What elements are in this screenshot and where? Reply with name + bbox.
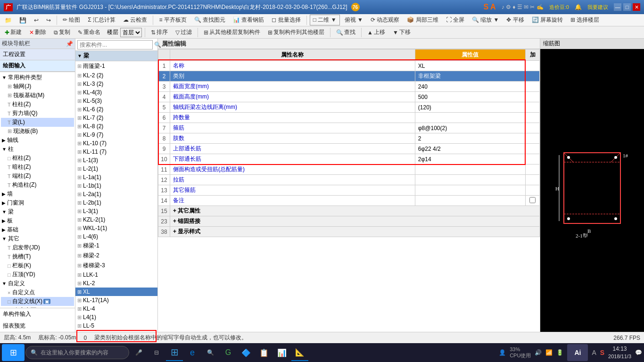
prop-name[interactable]: 截面高度(mm)	[170, 92, 415, 102]
comp-item-KL171A[interactable]: ⊞KL-17(1A)	[75, 296, 157, 304]
filter-btn[interactable]: ▽ 过滤	[173, 27, 195, 37]
tree-trough[interactable]: T 挑槽(T)	[1, 252, 74, 261]
move-up-btn[interactable]: ▲ 上移	[364, 27, 388, 37]
taskbar-app-gis[interactable]: G	[220, 344, 237, 361]
copy-from-floor-btn[interactable]: ⊞ 从其他楼层复制构件	[201, 27, 263, 37]
prop-value[interactable]: XL	[415, 61, 525, 71]
group-label[interactable]: + 其它属性	[170, 206, 540, 216]
comp-item-KL32[interactable]: ⊞KL-3 (2)	[75, 80, 157, 88]
prop-value[interactable]: 240	[415, 82, 525, 92]
2d-btn[interactable]: □ 二维 ▼	[310, 15, 340, 25]
tree-wall-group[interactable]: ▶ 墙	[1, 189, 74, 198]
move-down-btn[interactable]: ▼ 下移	[390, 27, 413, 37]
floor-select[interactable]: 首层	[120, 28, 142, 37]
copy-to-floor-btn[interactable]: ⊞ 复制构件到其他楼层	[265, 27, 327, 37]
comp-item-LL5[interactable]: ⊞LL-5	[75, 321, 157, 330]
tree-column[interactable]: T 柱柱(Z)	[1, 100, 74, 109]
start-button[interactable]: ⊞	[2, 344, 25, 361]
comp-item-1[interactable]: ⊞雨篷梁-1	[75, 61, 157, 71]
sidebar-item-project[interactable]: 工程设置	[0, 49, 75, 60]
prop-value[interactable]	[415, 196, 525, 206]
prop-name[interactable]: 截面宽度(mm)	[170, 82, 415, 92]
comp-item-KL53[interactable]: ⊞KL-5(3)	[75, 97, 157, 105]
search-icon[interactable]: 🔍	[153, 41, 163, 48]
comp-item-KL2[interactable]: ⊞KL-2	[75, 279, 157, 288]
undo-btn[interactable]: ↩	[31, 16, 41, 25]
tree-end-col[interactable]: T 端柱(Z)	[1, 172, 74, 181]
partial3d-btn[interactable]: 📦 局部三维	[404, 15, 441, 25]
prop-name[interactable]: 跨数量	[170, 113, 415, 123]
comp-item-L13[interactable]: ⊞L-1(3)	[75, 156, 157, 165]
comp-item-KL22[interactable]: ⊞KL-2 (2)	[75, 71, 157, 80]
find-element-btn[interactable]: 🔍 查找图元	[191, 15, 228, 25]
taskbar-app-yellow[interactable]: 📋	[256, 344, 272, 361]
prop-value[interactable]: 6φ22 4/2	[415, 144, 525, 154]
prop-value[interactable]: φ8@100(2)	[415, 123, 525, 133]
group-label[interactable]: + 锚固搭接	[170, 216, 540, 227]
prop-value[interactable]: 2φ14	[415, 154, 525, 165]
taskbar-app-blue[interactable]: 🔷	[238, 344, 255, 361]
select-floor-btn[interactable]: ⊞ 选择楼层	[568, 15, 602, 25]
prop-value[interactable]	[415, 175, 525, 185]
jiazou-btn[interactable]: 造价豆:0	[549, 4, 569, 11]
tree-shear-wall[interactable]: T 剪力墙(Q)	[1, 109, 74, 118]
flat-btn[interactable]: ≡ 平齐板页	[156, 15, 189, 25]
save-btn[interactable]: 💾	[17, 16, 29, 25]
row-checkbox[interactable]	[529, 197, 536, 203]
comp-item-LLK1[interactable]: ⊞LLK-1	[75, 271, 157, 279]
tree-raft[interactable]: ⊞ 筏板基础(M)	[1, 91, 74, 100]
prop-value[interactable]: 非框架梁	[415, 71, 525, 82]
taskbar-battery[interactable]: 🔋	[556, 349, 563, 356]
comp-item-2[interactable]: ⊞梯梁-2	[75, 251, 157, 261]
prop-value[interactable]	[415, 113, 525, 123]
component-scroll[interactable]: ⊞雨篷梁-1⊞KL-2 (2)⊞KL-3 (2)⊞KL-4(3)⊞KL-5(3)…	[75, 61, 157, 332]
tree-gridline[interactable]: ▶ 轴线	[1, 136, 74, 145]
tree-struct-col[interactable]: T 构造柱(Z)	[1, 181, 74, 189]
tree-dark-col[interactable]: T 暗柱(Z)	[1, 163, 74, 172]
sidebar-pin[interactable]: 📌	[66, 41, 73, 47]
comp-item-3[interactable]: ⊞楼梯梁-3	[75, 261, 157, 271]
comp-item-L46[interactable]: ⊞L-4(6)	[75, 232, 157, 241]
taskbar-app-windows[interactable]: ⊞	[166, 344, 183, 361]
comp-item-L1a1[interactable]: ⊞L-1a(1)	[75, 173, 157, 181]
rotate-btn[interactable]: 🔄 屏幕旋转	[529, 15, 566, 25]
view-rebar-btn[interactable]: 📊 查看钢筋	[230, 15, 267, 25]
prop-name[interactable]: 其它箍筋	[170, 185, 415, 196]
taskbar-ai[interactable]: Ai	[567, 344, 588, 361]
comp-item-KL117[interactable]: ⊞KL-11 (7)	[75, 148, 157, 156]
taskbar-lang[interactable]: A	[592, 349, 596, 356]
copy-component-btn[interactable]: ⧉ 复制	[51, 27, 73, 37]
prop-name[interactable]: 箍筋	[170, 123, 415, 133]
zoom-btn[interactable]: 🔍 缩放 ▼	[469, 15, 502, 25]
comp-item-1[interactable]: ⊞梯梁-1	[75, 241, 157, 251]
tree-common-types[interactable]: ▼ 常用构件类型	[1, 73, 74, 82]
prop-name[interactable]: 拉筋	[170, 175, 415, 185]
tree-foundation-group[interactable]: ▶ 基础	[1, 225, 74, 234]
prop-name[interactable]: 上部通长筋	[170, 144, 415, 154]
batch-select-btn[interactable]: ◻ 批量选择	[269, 15, 303, 25]
prop-value[interactable]	[415, 165, 525, 175]
comp-item-KL107[interactable]: ⊞KL-10 (7)	[75, 139, 157, 148]
maximize-btn[interactable]: □	[623, 3, 631, 11]
tree-column-group[interactable]: ▼ 柱	[1, 145, 74, 154]
fullscreen-btn[interactable]: ⛶ 全屏	[443, 15, 467, 25]
minimize-btn[interactable]: —	[614, 3, 621, 11]
tree-launch[interactable]: T 启发带(JD)	[1, 243, 74, 252]
prop-name[interactable]: 备注	[170, 196, 415, 206]
view-btn[interactable]: 俯视 ▼	[342, 15, 366, 25]
comp-item-L1b1[interactable]: ⊞L-1b(1)	[75, 181, 157, 190]
dynamic-btn[interactable]: ⟳ 动态观察	[368, 15, 402, 25]
prop-value[interactable]: (120)	[415, 102, 525, 113]
comp-item-KL43[interactable]: ⊞KL-4(3)	[75, 88, 157, 97]
tree-axis[interactable]: ⊞ 轴网(J)	[1, 82, 74, 91]
prop-value[interactable]: 2	[415, 133, 525, 144]
rename-component-btn[interactable]: ✎ 重命名	[75, 27, 103, 37]
prop-name[interactable]: 肢数	[170, 133, 415, 144]
taskbar-notification[interactable]: 💬	[635, 349, 642, 356]
tree-custom-group[interactable]: ▼ 自定义	[1, 279, 74, 288]
close-btn[interactable]: ✕	[633, 3, 640, 11]
tree-custom-point[interactable]: × 自定义点	[1, 288, 74, 297]
comp-item-KL62[interactable]: ⊞KL-6 (2)	[75, 105, 157, 114]
sidebar-report[interactable]: 报表预览	[0, 320, 75, 332]
cloud-btn[interactable]: ☁ 云检查	[120, 15, 150, 25]
